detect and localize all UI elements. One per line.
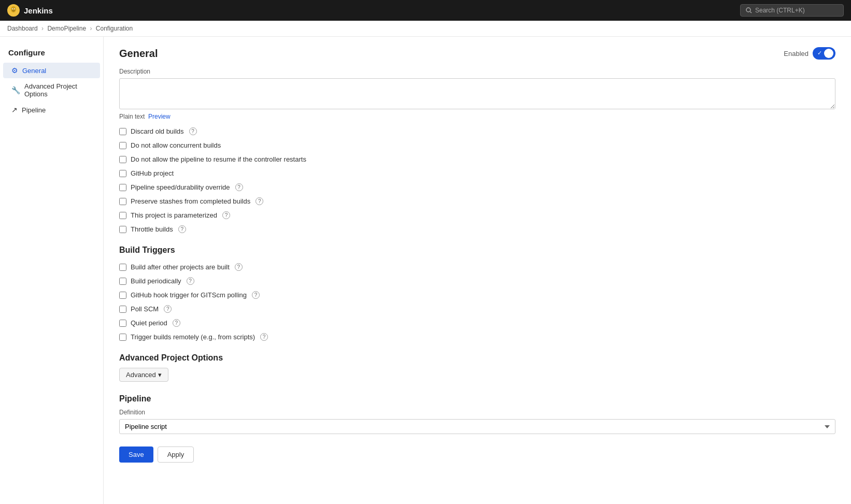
search-icon	[746, 7, 752, 13]
trigger-builds-remotely-checkbox[interactable]	[119, 334, 126, 341]
enabled-label: Enabled	[784, 50, 809, 57]
apply-button[interactable]: Apply	[158, 447, 194, 463]
no-resume-checkbox[interactable]	[119, 156, 126, 163]
quiet-period-checkbox[interactable]	[119, 320, 126, 327]
poll-scm-help-icon[interactable]: ?	[164, 305, 172, 313]
toggle-track[interactable]: ✓	[813, 47, 835, 60]
section-title: General	[119, 48, 158, 60]
breadcrumb: Dashboard › DemoPipeline › Configuration	[0, 21, 851, 37]
no-concurrent-checkbox[interactable]	[119, 142, 126, 149]
gear-icon: ⚙	[11, 66, 18, 75]
build-after-others-label[interactable]: Build after other projects are built	[131, 263, 230, 271]
preserve-stashes-label[interactable]: Preserve stashes from completed builds	[131, 197, 250, 205]
breadcrumb-demopipeline[interactable]: DemoPipeline	[47, 25, 86, 32]
pipeline-speed-checkbox[interactable]	[119, 184, 126, 191]
checkbox-parameterized: This project is parameterized ?	[119, 208, 835, 222]
poll-scm-checkbox[interactable]	[119, 306, 126, 313]
pipeline-speed-help-icon[interactable]: ?	[235, 183, 243, 191]
poll-scm-label[interactable]: Poll SCM	[131, 305, 159, 313]
app-title: Jenkins	[24, 6, 53, 15]
github-hook-trigger-help-icon[interactable]: ?	[252, 291, 260, 299]
github-project-checkbox[interactable]	[119, 170, 126, 177]
throttle-builds-label[interactable]: Throttle builds	[131, 225, 173, 233]
pipeline-speed-label[interactable]: Pipeline speed/durability override	[131, 183, 230, 191]
description-section: Description Plain text Preview	[119, 68, 835, 120]
advanced-btn-label: Advanced	[126, 371, 156, 379]
checkbox-throttle-builds: Throttle builds ?	[119, 222, 835, 236]
quiet-period-help-icon[interactable]: ?	[173, 319, 180, 327]
text-mode-links: Plain text Preview	[119, 113, 835, 120]
checkbox-github-project: GitHub project	[119, 166, 835, 180]
jenkins-logo-icon	[7, 4, 20, 17]
breadcrumb-current: Configuration	[96, 25, 133, 32]
discard-old-builds-checkbox[interactable]	[119, 128, 126, 135]
enabled-toggle[interactable]: ✓	[813, 47, 835, 60]
build-after-others-help-icon[interactable]: ?	[235, 263, 243, 271]
pipeline-title: Pipeline	[119, 394, 835, 404]
sidebar-item-general[interactable]: ⚙ General	[3, 63, 100, 78]
trigger-builds-remotely-label[interactable]: Trigger builds remotely (e.g., from scri…	[131, 333, 255, 341]
build-trigger-checkboxes: Build after other projects are built ? B…	[119, 260, 835, 344]
discard-old-builds-label[interactable]: Discard old builds	[131, 127, 184, 135]
discard-old-builds-help-icon[interactable]: ?	[189, 127, 197, 135]
checkbox-no-concurrent: Do not allow concurrent builds	[119, 138, 835, 152]
parameterized-help-icon[interactable]: ?	[222, 211, 230, 219]
main-content: General Enabled ✓ Description Plain text…	[104, 37, 851, 504]
description-label: Description	[119, 68, 835, 75]
sidebar-label-advanced: Advanced Project Options	[24, 82, 92, 98]
breadcrumb-sep-2: ›	[90, 25, 92, 32]
trigger-builds-remotely-help-icon[interactable]: ?	[260, 333, 268, 341]
preserve-stashes-checkbox[interactable]	[119, 198, 126, 205]
sidebar: Configure ⚙ General 🔧 Advanced Project O…	[0, 37, 104, 504]
throttle-builds-checkbox[interactable]	[119, 226, 126, 233]
checkbox-preserve-stashes: Preserve stashes from completed builds ?	[119, 194, 835, 208]
svg-line-7	[750, 12, 752, 13]
advanced-project-options-title: Advanced Project Options	[119, 353, 835, 363]
breadcrumb-sep-1: ›	[41, 25, 44, 32]
checkbox-quiet-period: Quiet period ?	[119, 316, 835, 330]
parameterized-label[interactable]: This project is parameterized	[131, 211, 217, 219]
no-concurrent-label[interactable]: Do not allow concurrent builds	[131, 141, 221, 149]
checkbox-discard-old-builds: Discard old builds ?	[119, 124, 835, 138]
parameterized-checkbox[interactable]	[119, 212, 126, 219]
checkbox-pipeline-speed: Pipeline speed/durability override ?	[119, 180, 835, 194]
plain-text-label: Plain text	[119, 113, 145, 120]
sidebar-item-pipeline[interactable]: ↗ Pipeline	[3, 102, 100, 118]
svg-point-5	[14, 8, 15, 9]
checkbox-build-periodically: Build periodically ?	[119, 274, 835, 288]
checkbox-trigger-builds-remotely: Trigger builds remotely (e.g., from scri…	[119, 330, 835, 344]
checkbox-build-after-others: Build after other projects are built ?	[119, 260, 835, 274]
checkbox-poll-scm: Poll SCM ?	[119, 302, 835, 316]
build-periodically-checkbox[interactable]	[119, 278, 126, 285]
topbar: Jenkins Search (CTRL+K)	[0, 0, 851, 21]
search-placeholder: Search (CTRL+K)	[755, 7, 805, 14]
description-textarea[interactable]	[119, 78, 835, 109]
general-checkboxes: Discard old builds ? Do not allow concur…	[119, 124, 835, 236]
enabled-toggle-group: Enabled ✓	[784, 47, 835, 60]
section-header: General Enabled ✓	[119, 47, 835, 60]
preview-link[interactable]: Preview	[148, 113, 171, 120]
github-hook-trigger-label[interactable]: GitHub hook trigger for GITScm polling	[131, 291, 247, 299]
build-after-others-checkbox[interactable]	[119, 264, 126, 271]
action-buttons: Save Apply	[119, 447, 835, 463]
sidebar-item-advanced-project-options[interactable]: 🔧 Advanced Project Options	[3, 79, 100, 102]
throttle-builds-help-icon[interactable]: ?	[178, 225, 186, 233]
build-periodically-label[interactable]: Build periodically	[131, 277, 181, 285]
advanced-button[interactable]: Advanced ▾	[119, 368, 168, 382]
toggle-check-icon: ✓	[817, 50, 822, 56]
save-button[interactable]: Save	[119, 447, 153, 463]
github-project-label[interactable]: GitHub project	[131, 169, 174, 177]
pipeline-definition-section: Definition Pipeline script	[119, 409, 835, 434]
sidebar-label-pipeline: Pipeline	[22, 106, 46, 114]
quiet-period-label[interactable]: Quiet period	[131, 319, 167, 327]
svg-point-4	[12, 8, 12, 9]
definition-label: Definition	[119, 409, 835, 416]
no-resume-label[interactable]: Do not allow the pipeline to resume if t…	[131, 155, 306, 163]
build-periodically-help-icon[interactable]: ?	[187, 277, 194, 285]
search-box[interactable]: Search (CTRL+K)	[740, 4, 844, 17]
breadcrumb-dashboard[interactable]: Dashboard	[7, 25, 38, 32]
github-hook-trigger-checkbox[interactable]	[119, 292, 126, 299]
preserve-stashes-help-icon[interactable]: ?	[256, 197, 263, 205]
wrench-icon: 🔧	[11, 86, 20, 94]
definition-select[interactable]: Pipeline script	[119, 419, 835, 434]
